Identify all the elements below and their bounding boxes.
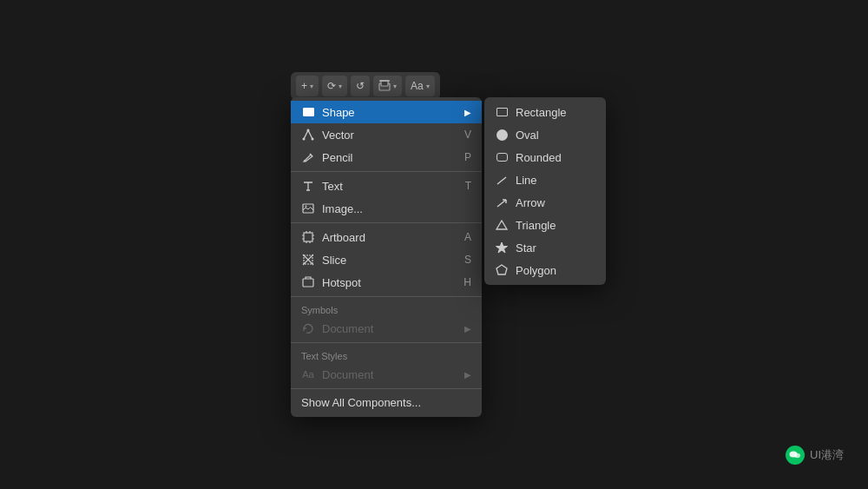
menu-item-text[interactable]: Text T xyxy=(291,175,482,197)
layers-button[interactable]: ▾ xyxy=(373,76,402,96)
line-label: Line xyxy=(516,174,537,187)
slice-icon xyxy=(301,253,315,267)
svg-point-7 xyxy=(306,206,307,208)
symbols-sync-icon xyxy=(301,321,315,335)
svg-point-3 xyxy=(303,138,306,141)
separator-1 xyxy=(291,171,482,172)
svg-rect-10 xyxy=(303,279,313,287)
separator-2 xyxy=(291,222,482,223)
image-label: Image... xyxy=(322,202,363,215)
polygon-label: Polygon xyxy=(516,264,556,277)
menu-item-symbols-doc[interactable]: Document ▶ xyxy=(291,317,482,340)
watermark-text: UI港湾 xyxy=(810,447,844,463)
add-chevron: ▾ xyxy=(310,83,313,90)
shape-submenu: Rectangle Oval Rounded Line Arrow xyxy=(484,97,606,285)
slice-shortcut: S xyxy=(464,254,471,266)
symbols-section-label: Symbols xyxy=(291,300,482,317)
shape-submenu-arrow: ▶ xyxy=(464,108,471,117)
menu-item-textstyles-doc[interactable]: Aa Document ▶ xyxy=(291,363,482,386)
star-label: Star xyxy=(516,241,536,254)
menu-item-artboard[interactable]: Artboard A xyxy=(291,226,482,248)
triangle-icon xyxy=(495,218,509,232)
artboard-label: Artboard xyxy=(322,231,365,244)
slice-label: Slice xyxy=(322,254,346,267)
add-button[interactable]: + ▾ xyxy=(296,76,319,96)
menu-item-slice[interactable]: Slice S xyxy=(291,248,482,271)
oval-icon xyxy=(495,128,509,142)
rectangle-label: Rectangle xyxy=(516,106,567,119)
menu-item-vector[interactable]: Vector V xyxy=(291,123,482,146)
rounded-label: Rounded xyxy=(516,151,562,164)
submenu-arrow[interactable]: Arrow xyxy=(484,191,606,214)
star-icon xyxy=(495,241,509,254)
hotspot-label: Hotspot xyxy=(322,276,361,289)
separator-3 xyxy=(291,296,482,297)
svg-rect-2 xyxy=(379,80,390,82)
svg-rect-8 xyxy=(304,233,312,241)
artboard-icon xyxy=(301,230,315,244)
menu-item-image[interactable]: Image... xyxy=(291,197,482,220)
layers-icon xyxy=(378,79,391,94)
polygon-icon xyxy=(495,263,509,277)
sync-button[interactable]: ⟳ ▾ xyxy=(322,76,347,96)
menu-item-pencil[interactable]: Pencil P xyxy=(291,146,482,169)
arrow-icon xyxy=(495,195,509,209)
artboard-shortcut: A xyxy=(464,231,471,243)
triangle-label: Triangle xyxy=(516,219,556,232)
text-style-button[interactable]: Aa ▾ xyxy=(405,76,435,96)
text-label: Text xyxy=(322,180,343,193)
submenu-line[interactable]: Line xyxy=(484,169,606,191)
submenu-star[interactable]: Star xyxy=(484,236,606,259)
submenu-rectangle[interactable]: Rectangle xyxy=(484,101,606,123)
sync-chevron: ▾ xyxy=(339,83,342,90)
layers-chevron: ▾ xyxy=(393,83,397,90)
sync-icon: ⟳ xyxy=(327,80,336,92)
shape-label: Shape xyxy=(322,106,355,119)
vector-label: Vector xyxy=(322,129,354,142)
arrow-label: Arrow xyxy=(516,196,545,209)
refresh-button[interactable]: ↺ xyxy=(351,76,370,96)
text-chevron: ▾ xyxy=(426,83,430,90)
vector-icon xyxy=(301,128,315,142)
text-shortcut: T xyxy=(465,180,471,192)
submenu-oval[interactable]: Oval xyxy=(484,123,606,146)
textstyles-aa-icon: Aa xyxy=(301,367,315,381)
menu-item-shape[interactable]: Shape ▶ xyxy=(291,101,482,123)
svg-point-4 xyxy=(307,129,310,132)
svg-marker-13 xyxy=(496,265,507,274)
submenu-triangle[interactable]: Triangle xyxy=(484,214,606,236)
svg-marker-11 xyxy=(496,221,507,229)
text-style-label: Aa xyxy=(411,80,424,92)
svg-marker-12 xyxy=(496,242,508,253)
svg-point-15 xyxy=(794,453,800,459)
symbols-submenu-arrow: ▶ xyxy=(464,324,471,334)
toolbar: + ▾ ⟳ ▾ ↺ ▾ Aa ▾ xyxy=(291,72,440,100)
menu-item-hotspot[interactable]: Hotspot H xyxy=(291,271,482,294)
add-label: + xyxy=(301,80,307,92)
rectangle-icon xyxy=(495,105,509,119)
wechat-icon xyxy=(786,446,805,465)
oval-label: Oval xyxy=(516,129,539,142)
textstyles-doc-label: Document xyxy=(322,368,373,381)
rounded-icon xyxy=(495,150,509,164)
textstyles-section-label: Text Styles xyxy=(291,346,482,363)
image-icon xyxy=(301,202,315,215)
show-all-label: Show All Components... xyxy=(301,396,421,409)
submenu-rounded[interactable]: Rounded xyxy=(484,146,606,169)
symbols-doc-label: Document xyxy=(322,322,373,335)
submenu-polygon[interactable]: Polygon xyxy=(484,259,606,281)
watermark: UI港湾 xyxy=(786,446,844,465)
shape-icon xyxy=(301,105,315,119)
main-menu: Shape ▶ Vector V Pencil P xyxy=(291,97,482,417)
text-icon xyxy=(301,179,315,193)
textstyles-submenu-arrow: ▶ xyxy=(464,370,471,380)
separator-4 xyxy=(291,342,482,343)
vector-shortcut: V xyxy=(464,129,471,141)
hotspot-icon xyxy=(301,275,315,289)
pencil-icon xyxy=(301,150,315,164)
menu-item-show-all[interactable]: Show All Components... xyxy=(291,388,482,413)
line-icon xyxy=(495,173,509,187)
hotspot-shortcut: H xyxy=(464,276,471,288)
pencil-label: Pencil xyxy=(322,151,352,164)
refresh-icon: ↺ xyxy=(356,80,365,92)
